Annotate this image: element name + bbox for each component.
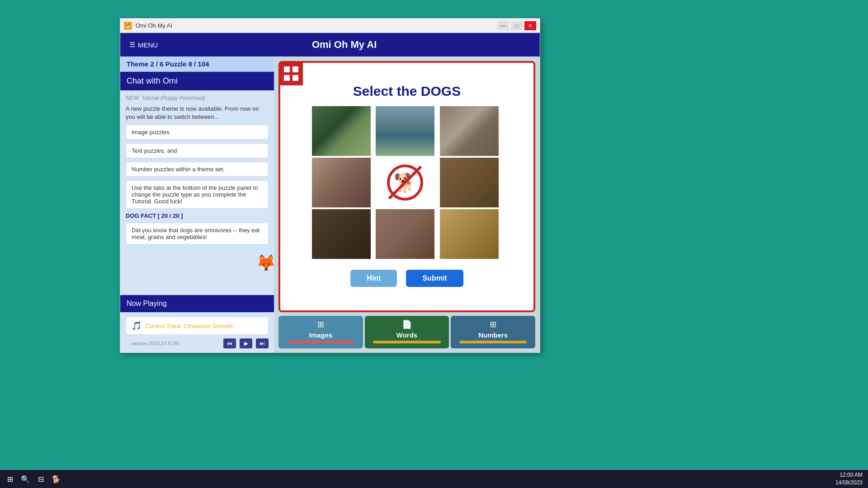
fast-forward-button[interactable]: ⏭ [256, 338, 269, 348]
words-tab-icon: 📄 [402, 319, 412, 329]
hint-button[interactable]: Hint [350, 270, 397, 287]
title-bar-text: Omi Oh My AI [136, 22, 494, 29]
numbers-tab-indicator [459, 341, 527, 343]
grid-cell-3[interactable] [440, 106, 499, 156]
track-name: Current Track: Cinnamon Smooth [145, 323, 233, 329]
tab-bar: ⊞ Images 📄 Words ⊞ Numbers [278, 316, 535, 348]
close-button[interactable]: ✕ [524, 21, 536, 30]
grid-cell-5[interactable]: 🐕 [376, 158, 434, 207]
app-icon: 🐕 [124, 22, 132, 30]
images-tab-label: Images [309, 331, 332, 339]
tab-images[interactable]: ⊞ Images [278, 316, 363, 348]
puzzle-container: Select the DOGS 🐕 [278, 61, 535, 312]
svg-rect-0 [284, 66, 290, 72]
grid-cell-8[interactable] [376, 209, 434, 259]
menu-label: MENU [138, 41, 158, 49]
chat-intro-message: A new puzzle theme is now available. Fro… [126, 105, 269, 121]
submit-button[interactable]: Submit [406, 270, 463, 287]
chat-area: NEW: Tutorial (Puppy Preschool) A new pu… [120, 90, 274, 295]
taskbar-date-display: 14/08/2023 [835, 479, 863, 487]
numbers-tab-icon: ⊞ [490, 319, 496, 329]
no-dogs-sign: 🐕 [387, 164, 423, 201]
app-title: Omi Oh My AI [158, 39, 531, 51]
grid-cell-1[interactable] [312, 106, 371, 156]
now-playing-area: 🎵 Current Track: Cinnamon Smooth version… [120, 312, 274, 353]
app-window: 🐕 Omi Oh My AI — □ ✕ ☰ MENU Omi Oh My AI… [120, 18, 540, 352]
app-header: ☰ MENU Omi Oh My AI [120, 33, 540, 56]
track-display: 🎵 Current Track: Cinnamon Smooth [126, 317, 269, 335]
right-panel: Select the DOGS 🐕 [274, 56, 540, 353]
puzzle-title: Select the DOGS [353, 84, 461, 99]
grid-cell-4[interactable] [312, 158, 371, 207]
numbers-tab-label: Numbers [478, 331, 508, 339]
now-playing-header: Now Playing [120, 295, 274, 312]
dog-fact-text: Did you know that dogs are omnivores -- … [126, 223, 269, 244]
chat-bubble-3: Number puzzles within a theme set. [126, 162, 269, 177]
chat-header: Chat with Omi [120, 72, 274, 90]
taskbar-app[interactable]: 🐕 [50, 473, 62, 485]
grid-cell-2[interactable] [376, 106, 434, 156]
main-layout: Theme 2 / 6 Puzzle 8 / 104 Chat with Omi… [120, 56, 540, 353]
no-sign-icon: 🐕 [394, 172, 416, 193]
tab-words[interactable]: 📄 Words [365, 316, 449, 348]
words-tab-indicator [373, 341, 440, 343]
puzzle-grid-icon [279, 62, 303, 85]
title-bar: 🐕 Omi Oh My AI — □ ✕ [120, 19, 540, 33]
sidebar: Theme 2 / 6 Puzzle 8 / 104 Chat with Omi… [120, 56, 274, 353]
version-text: version 2015.37.9.1f5 [126, 339, 184, 348]
tab-numbers[interactable]: ⊞ Numbers [451, 316, 535, 348]
music-icon: 🎵 [132, 321, 142, 331]
player-controls: ⏮ ▶ ⏭ [223, 338, 269, 348]
grid-cell-9[interactable] [440, 209, 499, 259]
taskbar-search[interactable]: 🔍 [19, 473, 32, 485]
images-tab-icon: ⊞ [317, 319, 324, 329]
chat-bubble-4: Use the tabs at the bottom of the puzzle… [126, 180, 269, 209]
taskbar-clock: 12:00 AM 14/08/2023 [835, 471, 863, 487]
theme-indicator: Theme 2 / 6 Puzzle 8 / 104 [120, 56, 274, 72]
words-tab-label: Words [396, 331, 417, 339]
taskbar-view[interactable]: ⊟ [34, 473, 47, 485]
taskbar: ⊞ 🔍 ⊟ 🐕 12:00 AM 14/08/2023 [0, 470, 868, 488]
dog-fact-label: DOG FACT [ 20 / 20 ] [126, 212, 269, 219]
maximize-button[interactable]: □ [511, 21, 523, 30]
images-tab-indicator [287, 341, 354, 343]
minimize-button[interactable]: — [497, 21, 509, 30]
chat-bubble-1: Image puzzles [126, 125, 269, 140]
title-bar-controls: — □ ✕ [497, 21, 536, 30]
svg-rect-1 [292, 66, 298, 72]
menu-button[interactable]: ☰ MENU [129, 41, 158, 49]
taskbar-time-display: 12:00 AM [835, 471, 863, 479]
play-pause-button[interactable]: ▶ [240, 338, 252, 348]
menu-icon: ☰ [129, 41, 135, 49]
grid-cell-6[interactable] [440, 158, 499, 207]
taskbar-start[interactable]: ⊞ [4, 473, 16, 485]
grid-cell-7[interactable] [312, 209, 371, 259]
svg-rect-3 [292, 75, 298, 81]
chat-bubble-2: Text puzzles, and [126, 143, 269, 158]
svg-rect-2 [284, 75, 290, 81]
rewind-button[interactable]: ⏮ [223, 338, 236, 348]
omi-avatar: 🦊 [256, 253, 274, 281]
new-tutorial-label: NEW: Tutorial (Puppy Preschool) [126, 95, 269, 101]
puzzle-buttons: Hint Submit [350, 270, 463, 287]
image-grid: 🐕 [312, 106, 502, 259]
